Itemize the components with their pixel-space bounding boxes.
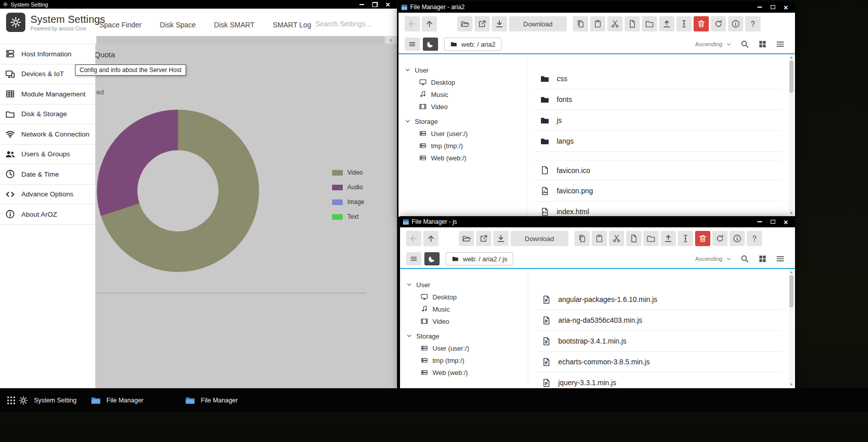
delete-button[interactable]: [694, 16, 709, 31]
list-view-button[interactable]: [776, 40, 785, 49]
tree-item-desktop[interactable]: Desktop: [399, 76, 526, 88]
sidebar-item-network-connection[interactable]: Network & Connection: [0, 124, 95, 145]
scroll-right-arrow-icon[interactable]: ›: [385, 36, 397, 44]
copy-button[interactable]: [573, 16, 588, 31]
maximize-button[interactable]: [766, 2, 779, 13]
tab-space-finder[interactable]: Space Finder: [99, 21, 141, 29]
download-icon-button[interactable]: [492, 16, 507, 31]
rename-button[interactable]: [678, 231, 693, 246]
download-button[interactable]: Download: [509, 16, 567, 31]
sidebar-item-host-information[interactable]: Host Information: [0, 44, 95, 64]
menu-button[interactable]: [405, 38, 420, 51]
search-button[interactable]: [740, 40, 749, 49]
file-row[interactable]: angular-packages-1.6.10.min.js: [534, 289, 782, 310]
file-row[interactable]: langs: [533, 131, 782, 152]
file-manager-titlebar[interactable]: File Manager - js ×: [400, 216, 795, 227]
open-external-button[interactable]: [476, 231, 491, 246]
tree-item-video[interactable]: Video: [400, 315, 528, 327]
download-button[interactable]: Download: [511, 231, 568, 246]
tab-smart-log[interactable]: SMART Log: [273, 21, 311, 29]
file-row[interactable]: favicon.png: [533, 181, 782, 201]
file-row[interactable]: index.html: [533, 201, 782, 217]
tree-item-music[interactable]: Music: [400, 303, 528, 315]
restore-button[interactable]: [368, 0, 381, 9]
app-launcher-button[interactable]: [4, 393, 18, 407]
menu-button[interactable]: [406, 252, 421, 265]
tree-item-web-drive[interactable]: Web (web:/): [400, 366, 528, 379]
paste-button[interactable]: [590, 16, 605, 31]
search-button[interactable]: [740, 254, 749, 263]
tree-item-music[interactable]: Music: [399, 88, 526, 100]
tree-item-tmp-drive[interactable]: tmp (tmp:/): [400, 354, 528, 366]
close-button[interactable]: ×: [381, 0, 394, 9]
vertical-scrollbar[interactable]: ▲ ▼: [789, 269, 794, 387]
tree-section-user[interactable]: User: [400, 279, 528, 291]
sidebar-item-about-aroz[interactable]: About ArOZ: [0, 205, 95, 225]
dark-mode-button[interactable]: [423, 38, 438, 51]
tree-item-tmp-drive[interactable]: tmp (tmp:/): [399, 140, 526, 152]
tab-disk-space[interactable]: Disk Space: [160, 21, 196, 29]
open-button[interactable]: [457, 16, 473, 31]
horizontal-scrollbar[interactable]: ›: [96, 36, 397, 44]
taskbar-item-file-manager-1[interactable]: File Manager: [91, 395, 143, 405]
dark-mode-button[interactable]: [424, 252, 440, 265]
file-row[interactable]: jquery-3.3.1.min.js: [534, 372, 782, 388]
file-manager-titlebar[interactable]: File Manager - aria2 ×: [399, 2, 795, 13]
tree-item-user-drive[interactable]: User (user:/): [400, 342, 528, 354]
open-button[interactable]: [459, 231, 474, 246]
grid-view-button[interactable]: [758, 254, 767, 263]
cut-button[interactable]: [609, 231, 624, 246]
tree-item-web-drive[interactable]: Web (web:/): [399, 152, 526, 164]
help-button[interactable]: [745, 16, 761, 31]
info-button[interactable]: [728, 16, 743, 31]
refresh-button[interactable]: [711, 16, 726, 31]
back-button[interactable]: [406, 231, 421, 246]
tree-section-storage[interactable]: Storage: [399, 115, 526, 127]
file-row[interactable]: echarts-common-3.8.5.min.js: [534, 352, 782, 372]
new-folder-button[interactable]: [643, 231, 659, 246]
minimize-button[interactable]: [753, 2, 766, 13]
sidebar-item-users-groups[interactable]: Users & Groups: [0, 145, 95, 165]
minimize-button[interactable]: [753, 216, 766, 227]
up-button[interactable]: [423, 231, 439, 246]
sort-order-select[interactable]: Ascending: [695, 41, 732, 47]
taskbar-item-system-setting[interactable]: System Setting: [18, 395, 77, 405]
scroll-down-arrow-icon[interactable]: ▼: [789, 382, 794, 387]
settings-search-input[interactable]: [315, 20, 382, 28]
breadcrumb[interactable]: web: / aria2: [444, 38, 501, 51]
tree-section-user[interactable]: User: [399, 64, 526, 76]
rename-button[interactable]: [676, 16, 692, 31]
up-button[interactable]: [422, 16, 437, 31]
grid-view-button[interactable]: [758, 40, 767, 49]
upload-button[interactable]: [661, 231, 676, 246]
new-file-button[interactable]: [626, 231, 641, 246]
sort-order-select[interactable]: Ascending: [695, 256, 732, 262]
upload-button[interactable]: [659, 16, 674, 31]
system-setting-titlebar[interactable]: System Setting ×: [0, 0, 397, 9]
vertical-scrollbar[interactable]: ▲ ▼: [789, 54, 794, 215]
close-button[interactable]: ×: [779, 216, 792, 227]
minimize-button[interactable]: [355, 0, 368, 9]
copy-button[interactable]: [574, 231, 590, 246]
sidebar-item-disk-storage[interactable]: Disk & Storage: [0, 105, 95, 125]
cut-button[interactable]: [607, 16, 623, 31]
taskbar-item-file-manager-2[interactable]: File Manager: [185, 395, 238, 405]
sidebar-item-date-time[interactable]: Date & Time: [0, 164, 95, 185]
scroll-up-arrow-icon[interactable]: ▲: [789, 269, 794, 274]
maximize-button[interactable]: [766, 216, 779, 227]
download-icon-button[interactable]: [493, 231, 509, 246]
sidebar-item-module-management[interactable]: Module Management: [0, 84, 95, 105]
file-row[interactable]: fonts: [533, 89, 782, 110]
file-row[interactable]: bootstrap-3.4.1.min.js: [534, 331, 782, 352]
info-button[interactable]: [730, 231, 745, 246]
file-row[interactable]: favicon.ico: [533, 160, 782, 181]
vertical-scrollbar-thumb[interactable]: [789, 275, 793, 308]
delete-button[interactable]: [695, 231, 710, 246]
vertical-scrollbar-thumb[interactable]: [789, 60, 793, 93]
new-file-button[interactable]: [625, 16, 640, 31]
file-row[interactable]: css: [533, 69, 782, 89]
scroll-down-arrow-icon[interactable]: ▼: [789, 210, 794, 215]
breadcrumb[interactable]: web: / aria2 / js: [446, 252, 513, 265]
file-row[interactable]: js: [533, 110, 782, 131]
back-button[interactable]: [405, 16, 420, 31]
